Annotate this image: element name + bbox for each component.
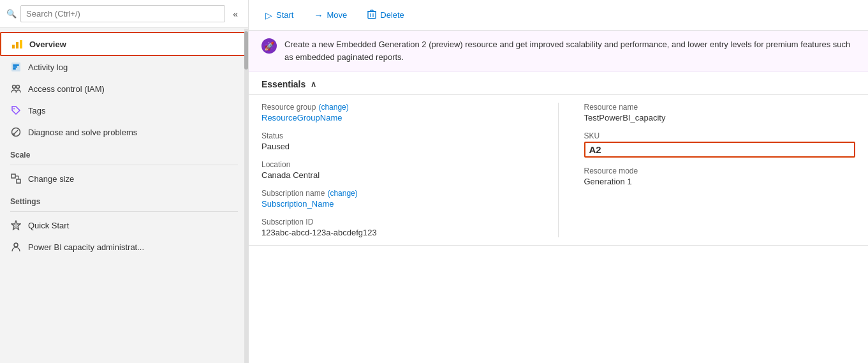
location-label: Location bbox=[261, 160, 533, 169]
sidebar-item-overview-label: Overview bbox=[29, 40, 66, 49]
resource-group-field: Resource group (change) ResourceGroupNam… bbox=[261, 103, 533, 122]
resource-mode-value: Generation 1 bbox=[584, 177, 856, 186]
quick-start-icon bbox=[10, 219, 22, 231]
toolbar: ▷ Start → Move Delete bbox=[249, 0, 868, 31]
main-content: ▷ Start → Move Delete 🚀 bbox=[249, 0, 868, 363]
sidebar-item-activity-log[interactable]: Activity log bbox=[0, 56, 248, 78]
sidebar-item-activity-log-label: Activity log bbox=[28, 63, 68, 72]
svg-rect-1 bbox=[16, 42, 18, 48]
resource-mode-label: Resource mode bbox=[584, 167, 856, 175]
sidebar-item-powerbi-admin-label: Power BI capacity administrat... bbox=[28, 242, 144, 252]
sidebar-item-change-size-label: Change size bbox=[28, 174, 74, 184]
resource-group-change-link[interactable]: (change) bbox=[318, 103, 348, 112]
sku-label: SKU bbox=[584, 131, 856, 140]
delete-label: Delete bbox=[380, 10, 404, 20]
sidebar-item-quick-start-label: Quick Start bbox=[28, 221, 69, 230]
svg-rect-6 bbox=[13, 68, 16, 70]
sidebar-item-quick-start[interactable]: Quick Start bbox=[0, 214, 248, 236]
subscription-name-field: Subscription name (change) Subscription_… bbox=[261, 189, 533, 209]
essentials-header: Essentials ∧ bbox=[249, 71, 868, 95]
sidebar-item-tags-label: Tags bbox=[28, 106, 45, 115]
overview-icon bbox=[11, 38, 23, 50]
svg-rect-14 bbox=[17, 179, 20, 183]
essentials-right-column: Resource name TestPowerBI_capacity SKU A… bbox=[559, 103, 856, 237]
access-control-icon bbox=[10, 83, 22, 94]
tags-icon bbox=[10, 105, 22, 116]
sidebar-item-diagnose[interactable]: Diagnose and solve problems bbox=[0, 121, 248, 143]
subscription-id-field: Subscription ID 123abc-abcd-123a-abcdefg… bbox=[261, 218, 533, 237]
powerbi-admin-icon bbox=[10, 241, 22, 253]
sidebar-item-tags[interactable]: Tags bbox=[0, 100, 248, 121]
move-button[interactable]: → Move bbox=[310, 8, 351, 23]
collapse-sidebar-button[interactable]: « bbox=[229, 8, 242, 20]
essentials-collapse-icon[interactable]: ∧ bbox=[311, 80, 316, 89]
subscription-id-label: Subscription ID bbox=[261, 218, 533, 226]
move-label: Move bbox=[327, 10, 347, 20]
resource-name-field: Resource name TestPowerBI_capacity bbox=[584, 103, 856, 122]
start-label: Start bbox=[276, 10, 293, 20]
settings-section-label: Settings bbox=[0, 189, 248, 212]
status-value: Paused bbox=[261, 142, 533, 151]
activity-log-icon bbox=[10, 61, 22, 73]
subscription-name-value[interactable]: Subscription_Name bbox=[261, 199, 533, 209]
banner: 🚀 Create a new Embedded Generation 2 (pr… bbox=[249, 31, 868, 71]
location-value: Canada Central bbox=[261, 170, 533, 180]
sidebar-scrollbar[interactable] bbox=[244, 29, 248, 363]
status-label: Status bbox=[261, 131, 533, 140]
nav-list: Overview Activity log bbox=[0, 28, 248, 363]
diagnose-icon bbox=[10, 126, 22, 138]
sku-value: A2 bbox=[584, 142, 856, 158]
svg-point-17 bbox=[14, 243, 18, 247]
resource-group-value[interactable]: ResourceGroupName bbox=[261, 113, 533, 122]
essentials-title: Essentials bbox=[261, 79, 305, 89]
sidebar-item-access-control[interactable]: Access control (IAM) bbox=[0, 78, 248, 100]
svg-point-9 bbox=[13, 108, 15, 110]
location-field: Location Canada Central bbox=[261, 160, 533, 180]
search-icon: 🔍 bbox=[6, 9, 17, 19]
svg-rect-18 bbox=[368, 11, 376, 19]
banner-text: Create a new Embedded Generation 2 (prev… bbox=[284, 38, 855, 63]
delete-icon bbox=[367, 9, 376, 21]
start-button[interactable]: ▷ Start bbox=[261, 8, 297, 23]
status-field: Status Paused bbox=[261, 131, 533, 151]
resource-name-label: Resource name bbox=[584, 103, 856, 112]
sku-field: SKU A2 bbox=[584, 131, 856, 158]
search-bar: 🔍 « bbox=[0, 0, 248, 28]
svg-point-8 bbox=[17, 85, 20, 89]
start-icon: ▷ bbox=[265, 10, 272, 20]
scale-section-label: Scale bbox=[0, 143, 248, 165]
move-icon: → bbox=[314, 10, 323, 20]
sidebar-item-access-control-label: Access control (IAM) bbox=[28, 84, 105, 94]
svg-point-12 bbox=[13, 133, 15, 135]
resource-name-value: TestPowerBI_capacity bbox=[584, 113, 856, 122]
sidebar-item-powerbi-admin[interactable]: Power BI capacity administrat... bbox=[0, 236, 248, 258]
svg-rect-13 bbox=[11, 174, 15, 178]
resource-group-label: Resource group bbox=[261, 103, 316, 112]
subscription-name-label: Subscription name bbox=[261, 189, 325, 198]
search-input[interactable] bbox=[20, 5, 225, 22]
subscription-name-change-link[interactable]: (change) bbox=[327, 189, 357, 198]
svg-rect-2 bbox=[20, 40, 22, 48]
sidebar-item-overview[interactable]: Overview bbox=[0, 32, 248, 56]
essentials-grid: Resource group (change) ResourceGroupNam… bbox=[249, 95, 868, 246]
subscription-id-value: 123abc-abcd-123a-abcdefg123 bbox=[261, 228, 533, 237]
svg-point-7 bbox=[13, 85, 16, 89]
essentials-left-column: Resource group (change) ResourceGroupNam… bbox=[261, 103, 559, 237]
sidebar: 🔍 « Overview bbox=[0, 0, 249, 363]
change-size-icon bbox=[10, 173, 22, 184]
resource-mode-field: Resource mode Generation 1 bbox=[584, 167, 856, 186]
svg-rect-0 bbox=[12, 45, 15, 48]
sidebar-item-diagnose-label: Diagnose and solve problems bbox=[28, 128, 137, 137]
svg-rect-4 bbox=[13, 64, 19, 66]
delete-button[interactable]: Delete bbox=[364, 6, 408, 24]
sidebar-item-change-size[interactable]: Change size bbox=[0, 168, 248, 189]
svg-rect-5 bbox=[13, 66, 17, 68]
banner-icon: 🚀 bbox=[261, 38, 277, 54]
